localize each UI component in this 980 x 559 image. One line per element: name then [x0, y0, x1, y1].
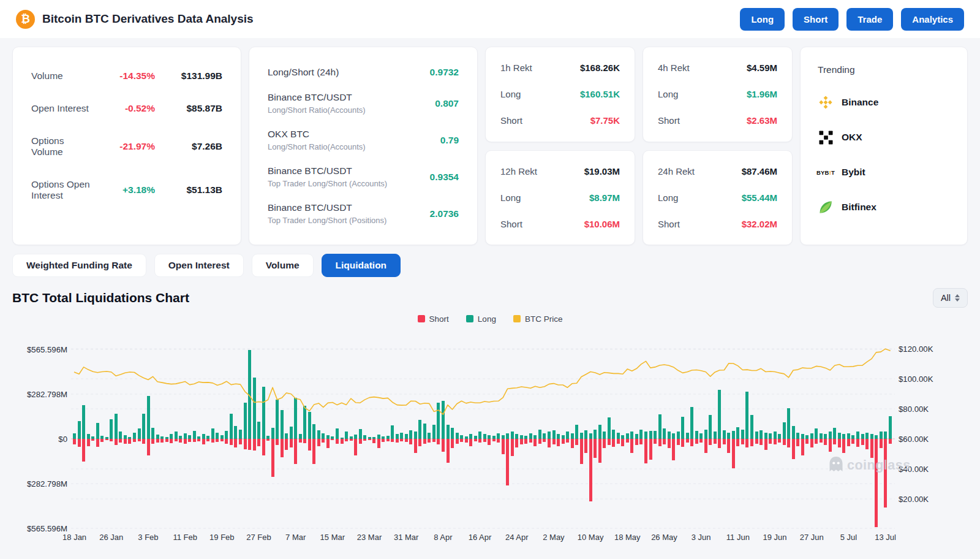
ratio-row: Binance BTC/USDT Long/Short Ratio(Accoun… — [268, 92, 459, 115]
stat-row-options-open-interest: Options Open Interest +3.18% $51.13B — [31, 179, 222, 201]
bitcoin-icon: ₿ — [16, 10, 35, 29]
ratio-title: OKX BTC — [268, 129, 366, 140]
long-swatch-icon — [466, 315, 473, 322]
legend-item-long[interactable]: Long — [466, 314, 496, 324]
ratio-subtitle: Long/Short Ratio(Accounts) — [268, 142, 366, 151]
ratio-value: 0.807 — [435, 98, 459, 109]
analytics-button[interactable]: Analytics — [901, 8, 964, 31]
svg-text:19 Jun: 19 Jun — [763, 533, 786, 542]
svg-text:$565.596M: $565.596M — [27, 345, 67, 354]
rekt-column-2: 4h Rekt $4.59M Long $1.96M Short $2.63M … — [643, 47, 793, 245]
ratio-subtitle: Top Trader Long/Short (Accounts) — [268, 179, 387, 188]
rekt-long-value: $55.44M — [742, 192, 777, 203]
rekt-title: 4h Rekt — [658, 63, 690, 73]
rekt-long-label: Long — [658, 192, 678, 203]
range-select[interactable]: All — [933, 288, 968, 308]
rekt-total: $168.26K — [580, 63, 620, 73]
top-header: ₿ Bitcoin BTC Derivatives Data Analysis … — [0, 0, 980, 38]
trending-card: Trending Binance OKX — [800, 47, 968, 245]
svg-text:$0: $0 — [58, 435, 67, 444]
stat-row-options-volume: Options Volume -21.97% $7.26B — [31, 135, 222, 158]
legend-item-short[interactable]: Short — [418, 314, 449, 324]
svg-text:23 Mar: 23 Mar — [357, 533, 382, 542]
stat-label: Volume — [31, 70, 97, 82]
legend-label: Long — [478, 314, 496, 324]
svg-text:16 Apr: 16 Apr — [469, 533, 492, 542]
svg-text:$565.596M: $565.596M — [27, 524, 67, 533]
svg-text:24 Apr: 24 Apr — [505, 533, 529, 542]
rekt-short-label: Short — [500, 219, 522, 229]
trending-item-okx[interactable]: OKX — [818, 129, 950, 145]
rekt-total: $4.59M — [747, 63, 777, 73]
short-button[interactable]: Short — [793, 8, 839, 31]
trending-item-bitfinex[interactable]: Bitfinex — [818, 199, 950, 215]
tab-liquidation[interactable]: Liquidation — [322, 254, 401, 277]
legend-label: BTC Price — [525, 314, 563, 324]
svg-text:11 Jun: 11 Jun — [726, 533, 750, 542]
trending-item-binance[interactable]: Binance — [818, 94, 950, 110]
stat-change: -0.52% — [97, 103, 155, 114]
binance-icon — [818, 94, 834, 110]
coinglass-watermark: coinglass — [847, 458, 911, 473]
rekt-short-label: Short — [658, 219, 680, 229]
rekt-card-4h: 4h Rekt $4.59M Long $1.96M Short $2.63M — [643, 47, 793, 142]
stat-value: $85.87B — [155, 103, 222, 114]
ratio-subtitle: Long/Short Ratio(Accounts) — [268, 105, 366, 115]
rekt-long-label: Long — [500, 192, 521, 203]
rekt-card-24h: 24h Rekt $87.46M Long $55.44M Short $32.… — [643, 150, 793, 246]
tab-open-interest[interactable]: Open Interest — [154, 254, 244, 277]
rekt-long-label: Long — [658, 89, 678, 99]
legend-label: Short — [429, 314, 449, 324]
coinglass-ghost-icon — [830, 457, 843, 471]
ratio-title: Binance BTC/USDT — [268, 202, 386, 213]
legend-item-btc-price[interactable]: BTC Price — [513, 314, 563, 324]
stat-row-open-interest: Open Interest -0.52% $85.87B — [31, 103, 222, 114]
bitfinex-leaf-icon — [818, 199, 834, 215]
ratio-value: 0.79 — [440, 135, 459, 146]
trending-item-bybit[interactable]: BYB!T Bybit — [818, 164, 950, 180]
price-swatch-icon — [513, 315, 521, 322]
rekt-short-value: $32.02M — [742, 219, 777, 229]
ratio-row: Binance BTC/USDT Top Trader Long/Short (… — [268, 165, 459, 188]
stat-label: Options Open Interest — [31, 179, 97, 201]
rekt-long-value: $8.97M — [589, 192, 620, 203]
svg-text:31 Mar: 31 Mar — [394, 533, 419, 542]
ratio-title: Binance BTC/USDT — [268, 165, 387, 177]
bybit-icon: BYB!T — [818, 164, 834, 180]
svg-text:26 Jan: 26 Jan — [99, 533, 123, 542]
stat-cards-row: Volume -14.35% $131.99B Open Interest -0… — [12, 47, 968, 240]
ratio-title: Binance BTC/USDT — [268, 92, 366, 103]
svg-text:27 Jun: 27 Jun — [800, 533, 824, 542]
rekt-short-value: $10.06M — [584, 219, 620, 229]
long-short-ratio-card: Long/Short (24h) 0.9732 Binance BTC/USDT… — [249, 47, 478, 245]
svg-text:26 May: 26 May — [651, 533, 677, 542]
svg-text:$20.00K: $20.00K — [899, 495, 929, 504]
ratio-value: 2.0736 — [430, 208, 459, 219]
rekt-short-label: Short — [658, 115, 680, 126]
range-select-value: All — [941, 293, 951, 303]
tab-volume[interactable]: Volume — [252, 254, 314, 277]
stat-change: -14.35% — [97, 70, 155, 82]
rekt-long-value: $160.51K — [580, 89, 620, 99]
svg-text:$282.798M: $282.798M — [27, 479, 67, 489]
short-swatch-icon — [418, 315, 425, 322]
trending-item-label: Bitfinex — [842, 202, 876, 213]
stat-label: Options Volume — [31, 135, 97, 158]
liquidations-chart[interactable]: $565.596M$282.798M$0$282.798M$565.596M$1… — [12, 327, 943, 548]
svg-text:5 Jul: 5 Jul — [840, 533, 858, 542]
okx-icon — [818, 129, 834, 145]
tab-weighted-funding-rate[interactable]: Weighted Funding Rate — [12, 254, 146, 277]
ratio-subtitle: Top Trader Long/Short (Positions) — [268, 216, 386, 225]
svg-text:$100.00K: $100.00K — [899, 375, 933, 384]
stat-row-volume: Volume -14.35% $131.99B — [31, 70, 222, 82]
svg-text:8 Apr: 8 Apr — [434, 533, 453, 542]
rekt-long-value: $1.96M — [747, 89, 777, 99]
stat-value: $7.26B — [155, 141, 222, 152]
rekt-card-12h: 12h Rekt $19.03M Long $8.97M Short $10.0… — [485, 150, 635, 246]
trade-button[interactable]: Trade — [846, 8, 893, 31]
long-button[interactable]: Long — [740, 8, 785, 31]
trending-item-label: Binance — [842, 97, 878, 108]
svg-text:3 Jun: 3 Jun — [692, 533, 711, 542]
rekt-title: 12h Rekt — [500, 166, 537, 177]
chart-title: BTC Total Liquidations Chart — [12, 291, 189, 305]
